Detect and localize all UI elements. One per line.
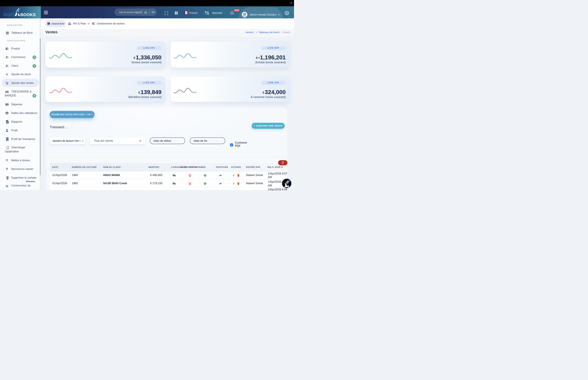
svg-text:€: € [208,13,209,15]
svg-text:$: $ [205,11,206,13]
